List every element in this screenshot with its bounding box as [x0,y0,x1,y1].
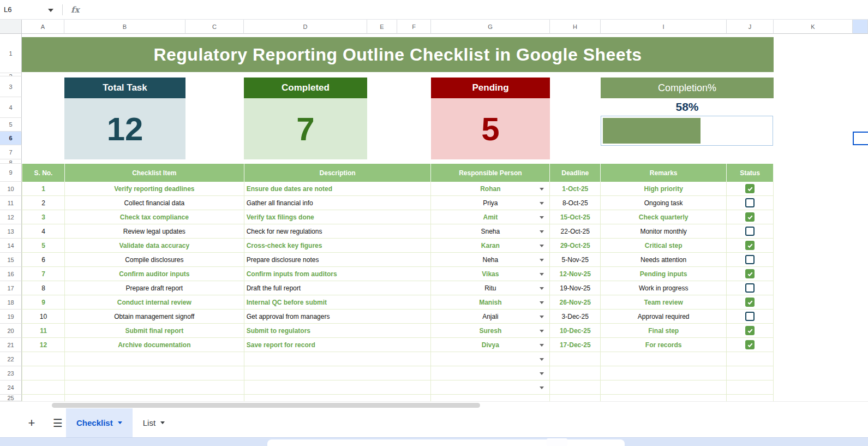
table-header-status[interactable]: Status [727,164,774,182]
status-cell[interactable] [727,267,774,281]
completed-card[interactable]: Completed 7 [244,78,367,159]
person-dropdown-icon[interactable] [540,259,544,261]
sno-cell[interactable]: 6 [22,253,65,266]
sno-cell[interactable]: 12 [22,338,65,352]
checklist-item-cell[interactable]: Obtain management signoff [65,310,244,323]
remarks-cell[interactable]: Pending inputs [601,267,727,281]
empty-cell[interactable] [244,395,432,401]
empty-cell[interactable] [22,380,65,394]
remarks-cell[interactable]: Approval required [601,310,727,323]
row-header-25[interactable]: 25 [0,395,22,401]
status-cell[interactable] [727,239,774,252]
person-dropdown-icon[interactable] [540,287,544,290]
empty-cell[interactable] [601,352,727,366]
row-header-3[interactable]: 3 [0,76,22,97]
status-cell[interactable] [727,253,774,266]
column-header-K[interactable]: K [774,20,853,34]
deadline-cell[interactable]: 15-Oct-25 [550,210,601,224]
person-dropdown-icon[interactable] [540,301,544,304]
empty-cell[interactable] [244,366,432,380]
checklist-item-cell[interactable]: Submit final report [65,324,244,337]
remarks-cell[interactable]: Work in progress [601,281,727,295]
deadline-cell[interactable]: 19-Nov-25 [550,281,601,295]
checklist-item-cell[interactable]: Review legal updates [65,224,244,238]
empty-cell[interactable] [601,380,727,394]
title-banner[interactable]: Regulatory Reporting Outline Checklist i… [22,37,774,72]
checklist-item-cell[interactable]: Conduct internal review [65,295,244,309]
description-cell[interactable]: Draft the full report [244,281,432,295]
row-header-9[interactable]: 9 [0,164,22,182]
checklist-item-cell[interactable]: Validate data accuracy [65,239,244,252]
status-cell[interactable] [727,196,774,210]
empty-cell[interactable] [727,380,774,394]
empty-cell[interactable] [431,352,550,366]
remarks-cell[interactable]: Ongoing task [601,196,727,210]
person-dropdown-icon[interactable] [540,316,544,318]
status-checkbox-checked[interactable] [745,184,755,193]
empty-cell[interactable] [65,395,244,401]
responsible-person-cell[interactable]: Neha [431,253,550,266]
pending-card[interactable]: Pending 5 [431,78,550,159]
responsible-person-cell[interactable]: Amit [431,210,550,224]
empty-cell[interactable] [550,366,601,380]
checklist-item-cell[interactable]: Compile disclosures [65,253,244,266]
responsible-person-cell[interactable]: Karan [431,239,550,252]
row-header-5[interactable]: 5 [0,118,22,132]
empty-cell[interactable] [550,395,601,401]
sno-cell[interactable]: 8 [22,281,65,295]
description-cell[interactable]: Cross-check key figures [244,239,432,252]
column-header-L[interactable]: L [853,20,868,34]
sheet-tab-list-dropdown-icon[interactable] [160,421,165,424]
deadline-cell[interactable]: 12-Nov-25 [550,267,601,281]
person-dropdown-icon[interactable] [540,273,544,276]
description-cell[interactable]: Submit to regulators [244,324,432,337]
column-header-H[interactable]: H [550,20,601,34]
description-cell[interactable]: Save report for record [244,338,432,352]
sno-cell[interactable]: 4 [22,224,65,238]
status-checkbox-unchecked[interactable] [745,227,755,236]
status-checkbox-unchecked[interactable] [745,198,755,207]
person-dropdown-icon[interactable] [540,245,544,247]
table-header-deadline[interactable]: Deadline [550,164,601,182]
person-dropdown-icon[interactable] [540,386,544,389]
completion-card-header[interactable]: Completion% [601,78,774,98]
column-header-J[interactable]: J [727,20,774,34]
deadline-cell[interactable]: 1-Oct-25 [550,182,601,195]
column-header-I[interactable]: I [601,20,727,34]
person-dropdown-icon[interactable] [540,330,544,332]
deadline-cell[interactable]: 10-Dec-25 [550,324,601,337]
status-cell[interactable] [727,338,774,352]
deadline-cell[interactable]: 3-Dec-25 [550,310,601,323]
completion-progress-bar[interactable] [601,116,773,146]
person-dropdown-icon[interactable] [540,202,544,205]
row-header-18[interactable]: 18 [0,295,22,310]
responsible-person-cell[interactable]: Suresh [431,324,550,337]
row-header-20[interactable]: 20 [0,324,22,338]
empty-cell[interactable] [431,366,550,380]
status-cell[interactable] [727,281,774,295]
description-cell[interactable]: Ensure due dates are noted [244,182,432,195]
checklist-item-cell[interactable]: Collect financial data [65,196,244,210]
status-checkbox-checked[interactable] [745,212,755,222]
empty-cell[interactable] [22,395,65,401]
row-header-11[interactable]: 11 [0,196,22,210]
person-dropdown-icon[interactable] [540,344,544,347]
empty-cell[interactable] [22,366,65,380]
sno-cell[interactable]: 3 [22,210,65,224]
empty-cell[interactable] [65,366,244,380]
row-header-12[interactable]: 12 [0,210,22,224]
total-task-card[interactable]: Total Task 12 [64,78,185,159]
empty-cell[interactable] [65,352,244,366]
table-header-s-no[interactable]: S. No. [22,164,65,182]
empty-cell[interactable] [727,395,774,401]
remarks-cell[interactable]: Final step [601,324,727,337]
description-cell[interactable]: Internal QC before submit [244,295,432,309]
checklist-item-cell[interactable]: Archive documentation [65,338,244,352]
person-dropdown-icon[interactable] [540,358,544,361]
remarks-cell[interactable]: Team review [601,295,727,309]
empty-cell[interactable] [601,395,727,401]
column-header-G[interactable]: G [431,20,550,34]
sno-cell[interactable]: 11 [22,324,65,337]
status-cell[interactable] [727,182,774,195]
responsible-person-cell[interactable]: Ritu [431,281,550,295]
